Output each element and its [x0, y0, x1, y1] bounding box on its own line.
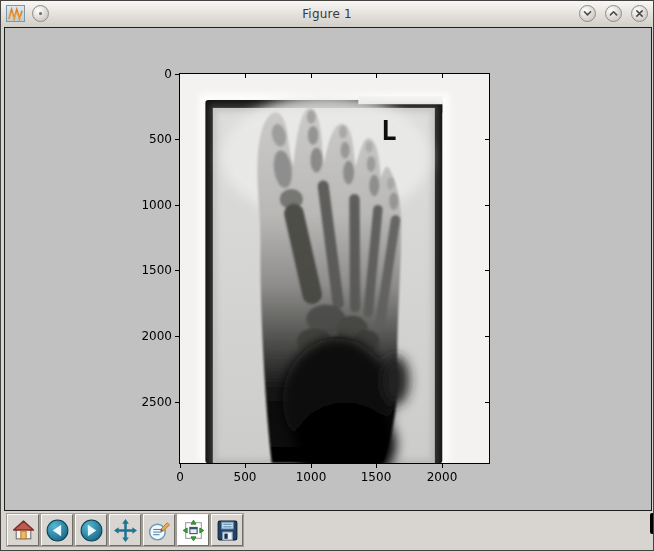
top-tick [245, 74, 246, 78]
side-marker-L: L [381, 116, 397, 146]
pan-icon [113, 518, 138, 543]
xray-image: L [180, 74, 489, 463]
back-icon [45, 518, 70, 543]
x-tick [442, 464, 443, 468]
forward-icon [79, 518, 104, 543]
zoom-button[interactable] [143, 514, 175, 546]
x-tick-label: 1000 [296, 470, 327, 484]
navigation-toolbar [1, 512, 654, 551]
y-tick [175, 74, 179, 75]
close-icon [632, 6, 647, 21]
x-tick-label: 2000 [427, 470, 458, 484]
title-bar[interactable]: Figure 1 [1, 1, 653, 27]
right-tick [485, 402, 489, 403]
y-tick-label: 2000 [141, 329, 172, 343]
right-tick [485, 270, 489, 271]
save-button[interactable] [211, 514, 243, 546]
x-tick-label: 500 [234, 470, 257, 484]
home-button[interactable] [7, 514, 39, 546]
axes-plot-area[interactable]: L 0 500 1000 1500 2000 2500 0 500 1000 1 [179, 73, 490, 464]
mouse-cursor-artifact [650, 513, 654, 534]
x-tick [311, 464, 312, 468]
x-tick [245, 464, 246, 468]
back-button[interactable] [41, 514, 73, 546]
y-tick [175, 205, 179, 206]
save-icon [215, 518, 240, 543]
y-tick-label: 500 [149, 132, 172, 146]
x-tick-label: 1500 [361, 470, 392, 484]
forward-button[interactable] [75, 514, 107, 546]
figure-window: Figure 1 [0, 0, 654, 551]
figure-canvas[interactable]: L 0 500 1000 1500 2000 2500 0 500 1000 1 [4, 27, 652, 511]
zoom-to-rect-icon [147, 518, 172, 543]
chevron-down-icon [580, 6, 595, 21]
x-tick [376, 464, 377, 468]
top-tick [442, 74, 443, 78]
x-tick-label: 0 [176, 470, 184, 484]
configure-subplots-button[interactable] [177, 514, 209, 546]
window-menu-button[interactable] [32, 5, 49, 22]
y-tick [175, 139, 179, 140]
top-tick [376, 74, 377, 78]
y-tick-label: 1000 [141, 198, 172, 212]
window-controls [579, 5, 648, 22]
x-tick [180, 464, 181, 468]
window-menu-icon [39, 12, 42, 15]
window-title: Figure 1 [1, 7, 653, 21]
right-tick [485, 205, 489, 206]
right-tick [485, 139, 489, 140]
right-tick [485, 336, 489, 337]
shade-window-button[interactable] [579, 5, 596, 22]
chevron-up-icon [606, 6, 621, 21]
y-tick [175, 270, 179, 271]
pan-button[interactable] [109, 514, 141, 546]
y-tick-label: 1500 [141, 263, 172, 277]
configure-subplots-icon [181, 518, 206, 543]
y-tick [175, 336, 179, 337]
matplotlib-logo-icon [6, 5, 25, 22]
maximize-window-button[interactable] [605, 5, 622, 22]
home-icon [11, 518, 36, 543]
y-tick-label: 0 [164, 67, 172, 81]
y-tick-label: 2500 [141, 395, 172, 409]
close-window-button[interactable] [631, 5, 648, 22]
top-tick [311, 74, 312, 78]
y-tick [175, 402, 179, 403]
